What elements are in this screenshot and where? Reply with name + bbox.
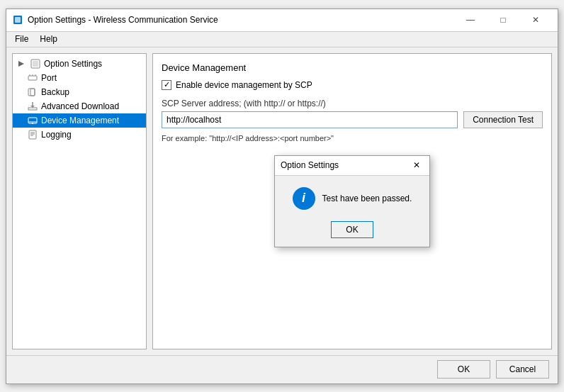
enable-checkbox-row: Enable device management by SCP — [162, 80, 543, 90]
sidebar-item-logging-label: Logging — [41, 130, 72, 140]
sidebar-item-advanced-download[interactable]: Advanced Download — [13, 99, 146, 113]
svg-rect-17 — [29, 130, 36, 139]
sidebar-item-option-settings[interactable]: Option Settings — [13, 57, 146, 71]
svg-point-16 — [32, 123, 33, 124]
enable-device-management-checkbox[interactable] — [162, 80, 171, 90]
svg-marker-2 — [18, 61, 24, 67]
device-management-icon — [27, 115, 38, 126]
option-settings-dialog: Option Settings ✕ i Test have been passe… — [274, 155, 430, 247]
main-window: Option Settings - Wireless Communication… — [6, 9, 558, 384]
logging-icon — [27, 129, 38, 140]
option-settings-icon — [30, 58, 41, 69]
dialog-message-row: i Test have been passed. — [293, 187, 412, 210]
scp-server-label: SCP Server address; (with http:// or htt… — [162, 99, 543, 108]
svg-rect-11 — [28, 108, 37, 110]
port-icon — [27, 72, 38, 84]
menu-bar: File Help — [6, 32, 558, 47]
sidebar-item-backup[interactable]: Backup — [13, 85, 146, 99]
dialog-close-button[interactable]: ✕ — [410, 158, 424, 172]
enable-device-management-label: Enable device management by SCP — [176, 80, 312, 90]
dialog-title: Option Settings — [281, 160, 410, 170]
minimize-button[interactable]: — — [454, 9, 487, 31]
info-icon: i — [293, 187, 315, 210]
app-icon — [12, 14, 23, 26]
section-title: Device Management — [162, 62, 543, 73]
sidebar-item-device-management[interactable]: Device Management — [13, 113, 146, 128]
server-address-row: Connection Test — [162, 111, 543, 128]
connection-test-button[interactable]: Connection Test — [463, 111, 543, 128]
svg-rect-9 — [28, 89, 35, 96]
tree-expand-icon — [16, 58, 27, 69]
sidebar-item-logging[interactable]: Logging — [13, 128, 146, 142]
menu-file[interactable]: File — [9, 33, 34, 45]
ok-button[interactable]: OK — [437, 360, 490, 379]
bottom-bar: OK Cancel — [6, 355, 558, 383]
backup-icon — [27, 86, 38, 98]
cancel-button[interactable]: Cancel — [496, 360, 549, 379]
dialog-titlebar: Option Settings ✕ — [275, 156, 429, 176]
sidebar-item-port-label: Port — [41, 73, 57, 83]
menu-help[interactable]: Help — [34, 33, 63, 45]
title-bar-text: Option Settings - Wireless Communication… — [28, 15, 454, 25]
svg-rect-1 — [15, 17, 21, 23]
svg-rect-5 — [28, 76, 37, 80]
title-bar: Option Settings - Wireless Communication… — [6, 9, 558, 32]
sidebar: Option Settings Port — [12, 53, 147, 349]
sidebar-item-backup-label: Backup — [41, 87, 69, 97]
scp-server-input[interactable] — [162, 111, 458, 128]
download-icon — [27, 101, 38, 112]
maximize-button[interactable]: □ — [487, 9, 519, 31]
sidebar-item-port[interactable]: Port — [13, 71, 146, 85]
close-button[interactable]: ✕ — [519, 9, 552, 31]
dialog-ok-button[interactable]: OK — [331, 221, 373, 238]
title-bar-controls: — □ ✕ — [454, 9, 552, 31]
svg-rect-14 — [28, 118, 37, 123]
content-area: Option Settings Port — [6, 47, 558, 355]
dialog-message: Test have been passed. — [322, 194, 412, 203]
sidebar-item-advanced-download-label: Advanced Download — [41, 101, 119, 111]
svg-rect-10 — [30, 89, 35, 96]
dialog-body: i Test have been passed. OK — [275, 176, 429, 247]
svg-rect-4 — [33, 61, 38, 67]
sidebar-item-device-management-label: Device Management — [41, 116, 119, 125]
example-text: For example: "http://<IP address>:<port … — [162, 134, 543, 142]
sidebar-item-option-settings-label: Option Settings — [44, 59, 102, 69]
main-panel: Device Management Enable device manageme… — [152, 53, 552, 349]
